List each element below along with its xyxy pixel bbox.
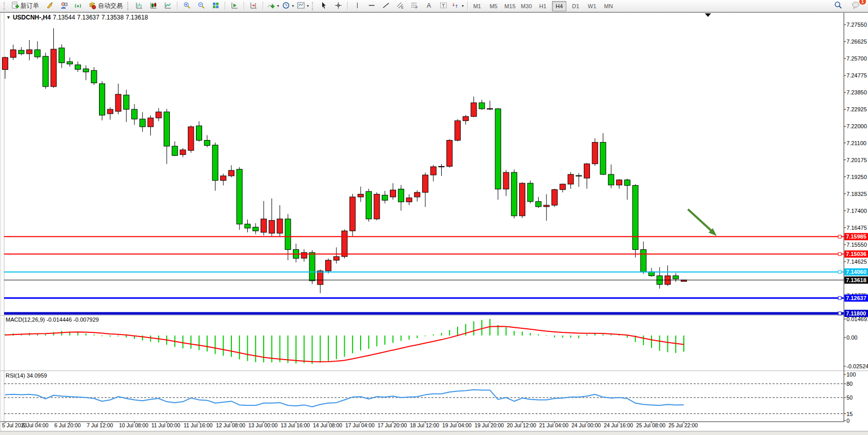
bear-candle <box>479 103 485 109</box>
bull-candle <box>358 194 364 197</box>
bull-candle <box>148 118 153 127</box>
svg-text:7.15550: 7.15550 <box>846 242 867 248</box>
bull-candle <box>617 180 622 185</box>
macd-bar <box>506 327 507 335</box>
svg-text:7.26625: 7.26625 <box>846 38 867 45</box>
svg-text:17 Jul 04:00: 17 Jul 04:00 <box>345 422 374 428</box>
bull-candle <box>471 103 477 116</box>
macd-bar <box>481 320 482 335</box>
macd-bar <box>522 331 523 335</box>
mt4-window: 新订单 自动交易 ▾ ▾ ▾ <box>0 0 868 435</box>
bull-candle <box>415 192 420 197</box>
svg-text:7.22000: 7.22000 <box>846 123 867 129</box>
bull-candle <box>560 184 565 190</box>
svg-text:7.19250: 7.19250 <box>846 174 867 180</box>
svg-text:12 Jul 08:00: 12 Jul 08:00 <box>216 422 245 428</box>
svg-text:7.12637: 7.12637 <box>846 295 866 301</box>
svg-text:24 Jul 16:00: 24 Jul 16:00 <box>604 422 633 428</box>
chart-canvas[interactable]: 7.275507.266257.257007.247757.238507.229… <box>0 0 868 435</box>
macd-bar <box>312 335 313 364</box>
macd-bar <box>150 335 151 342</box>
svg-text:7.14625: 7.14625 <box>846 259 867 265</box>
bear-candle <box>536 202 541 207</box>
bear-candle <box>673 276 679 279</box>
macd-bar <box>183 335 184 348</box>
bear-candle <box>164 112 170 146</box>
svg-text:100: 100 <box>846 371 856 378</box>
bull-candle <box>406 198 412 202</box>
price-tag: 7.15036 <box>844 250 868 258</box>
ohlc-open: 7.13544 <box>53 14 75 21</box>
chart-menu-arrow[interactable]: ▼ <box>6 15 11 20</box>
svg-text:7.15985: 7.15985 <box>846 233 866 240</box>
macd-bar <box>352 335 353 353</box>
macd-bar <box>223 335 224 356</box>
bull-candle <box>520 183 525 216</box>
bear-candle <box>382 195 388 200</box>
macd-bar <box>255 335 256 362</box>
svg-text:18 Jul 12:00: 18 Jul 12:00 <box>410 422 439 428</box>
macd-bar <box>603 334 604 335</box>
horizontal-line-object[interactable] <box>4 312 844 315</box>
bull-candle <box>115 94 121 111</box>
svg-text:7.16475: 7.16475 <box>846 225 867 231</box>
svg-text:25 Jul 22:00: 25 Jul 22:00 <box>668 422 698 428</box>
svg-text:7.25700: 7.25700 <box>846 55 867 62</box>
macd-bar <box>683 335 684 352</box>
bear-candle <box>366 191 371 219</box>
svg-text:7.24775: 7.24775 <box>846 72 867 78</box>
rsi-indicator-label: RSI(14) 34.0959 <box>6 372 47 379</box>
bear-candle <box>398 189 404 202</box>
ohlc-high: 7.13637 <box>77 14 99 21</box>
bear-candle <box>132 109 137 119</box>
bull-candle <box>221 176 226 181</box>
svg-text:7.14060: 7.14060 <box>846 269 866 275</box>
price-tag: 7.15985 <box>844 233 868 240</box>
svg-text:13 Jul 00:00: 13 Jul 00:00 <box>248 422 278 428</box>
macd-bar <box>474 321 475 335</box>
bull-candle <box>301 252 307 258</box>
macd-bar <box>263 335 264 362</box>
bull-candle <box>107 109 113 114</box>
macd-bar <box>336 335 337 359</box>
bear-candle <box>633 185 638 249</box>
macd-bar <box>190 335 191 349</box>
bull-candle <box>277 219 283 233</box>
macd-bar <box>110 335 111 337</box>
bear-candle <box>245 224 250 228</box>
macd-bar <box>377 335 378 346</box>
macd-bar <box>530 333 531 335</box>
svg-text:11 Jul 00:00: 11 Jul 00:00 <box>151 422 181 428</box>
macd-bar <box>384 335 385 345</box>
bull-candle <box>261 219 267 232</box>
macd-bar <box>199 335 200 350</box>
ohlc-low: 7.13538 <box>102 14 124 21</box>
macd-bar <box>118 335 119 337</box>
svg-text:7.22925: 7.22925 <box>846 106 867 112</box>
bull-candle <box>156 112 162 118</box>
bull-candle <box>455 121 461 140</box>
svg-text:7.13618: 7.13618 <box>846 277 866 283</box>
bull-candle <box>390 190 396 197</box>
svg-text:50: 50 <box>846 394 853 401</box>
macd-bar <box>77 332 78 335</box>
macd-bar <box>449 330 450 335</box>
bear-candle <box>600 142 606 174</box>
macd-bar <box>514 331 515 335</box>
svg-text:7.11800: 7.11800 <box>846 310 866 317</box>
svg-text:25 Jul 08:00: 25 Jul 08:00 <box>636 422 665 428</box>
price-tag: 7.12637 <box>844 294 868 302</box>
macd-bar <box>93 334 94 335</box>
bear-candle <box>624 180 630 186</box>
svg-text:-0.02524: -0.02524 <box>846 363 868 369</box>
chart-title: ▼ USDCNH-,H4 7.13544 7.13637 7.13538 7.1… <box>6 14 148 21</box>
svg-text:7.20175: 7.20175 <box>846 157 867 163</box>
bull-candle <box>439 166 444 167</box>
svg-text:7.23850: 7.23850 <box>846 89 867 95</box>
macd-bar <box>425 335 426 336</box>
svg-text:7 Jul 12:00: 7 Jul 12:00 <box>87 422 113 428</box>
status-strip <box>0 431 868 435</box>
bear-candle <box>576 175 582 176</box>
time-axis[interactable]: 5 Jul 20236 Jul 04:006 Jul 20:007 Jul 12… <box>2 422 698 428</box>
macd-bar <box>570 335 571 338</box>
